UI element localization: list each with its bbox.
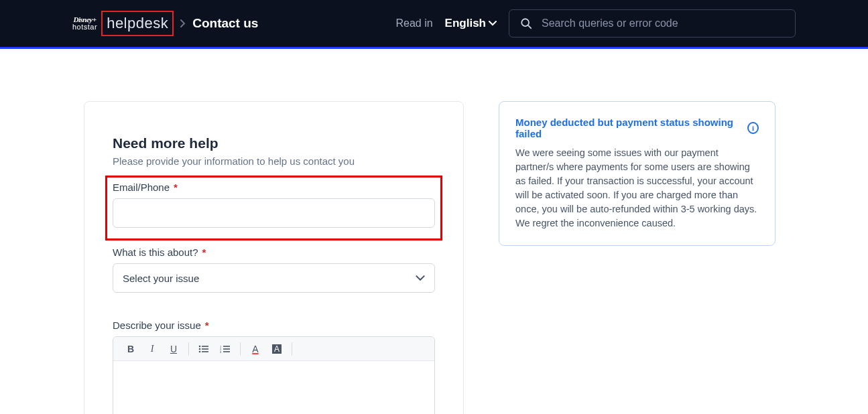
svg-point-3 — [199, 348, 201, 350]
describe-field-block: Describe your issue* B I U 123 A — [113, 320, 435, 414]
about-label: What is this about?* — [113, 247, 435, 258]
text-color-button[interactable]: A — [245, 340, 266, 358]
svg-rect-12 — [223, 351, 230, 352]
required-asterisk: * — [202, 247, 206, 258]
underline-button[interactable]: U — [163, 340, 184, 358]
search-input[interactable] — [542, 17, 784, 29]
rte-toolbar: B I U 123 A A — [113, 337, 434, 361]
info-body: We were seeing some issues with our paym… — [515, 146, 759, 230]
svg-rect-10 — [223, 348, 230, 350]
brand-logo: Disney+ hotstar — [72, 16, 97, 31]
issue-select-value: Select your issue — [123, 273, 199, 284]
info-icon: i — [747, 122, 759, 134]
toolbar-separator — [188, 342, 189, 356]
svg-rect-2 — [202, 346, 208, 347]
logo-block[interactable]: Disney+ hotstar helpdesk — [72, 11, 174, 36]
describe-textarea[interactable] — [113, 361, 434, 414]
info-title[interactable]: Money deducted but payment status showin… — [515, 117, 742, 139]
required-asterisk: * — [174, 182, 178, 193]
svg-rect-8 — [223, 346, 230, 347]
required-asterisk: * — [205, 320, 209, 331]
highlight-color-button[interactable]: A — [266, 340, 288, 358]
form-title: Need more help — [113, 135, 435, 151]
bullet-list-button[interactable] — [193, 340, 214, 358]
language-selector[interactable]: English — [445, 17, 497, 30]
search-box[interactable] — [509, 9, 796, 38]
info-card: Money deducted but payment status showin… — [499, 101, 776, 246]
header-right: Read in English — [395, 9, 796, 38]
issue-select[interactable]: Select your issue — [113, 263, 435, 293]
svg-text:3: 3 — [220, 350, 222, 353]
number-list-button[interactable]: 123 — [214, 340, 236, 358]
language-value: English — [445, 17, 486, 30]
italic-button[interactable]: I — [141, 340, 163, 358]
rich-text-editor: B I U 123 A A — [113, 336, 435, 414]
breadcrumb-current: Contact us — [192, 16, 258, 31]
contact-form-card: Need more help Please provide your infor… — [84, 101, 464, 414]
top-header: Disney+ hotstar helpdesk Contact us Read… — [0, 0, 868, 49]
toolbar-separator — [292, 342, 292, 356]
svg-rect-6 — [202, 351, 208, 352]
svg-point-0 — [521, 19, 529, 26]
read-in-label: Read in — [395, 17, 432, 29]
svg-rect-4 — [202, 348, 208, 350]
email-field[interactable] — [113, 198, 435, 228]
bold-button[interactable]: B — [120, 340, 141, 358]
info-header: Money deducted but payment status showin… — [515, 117, 759, 139]
chevron-down-icon — [416, 275, 425, 281]
chevron-right-icon — [180, 19, 186, 27]
chevron-down-icon — [489, 21, 497, 26]
form-subtitle: Please provide your information to help … — [113, 155, 435, 167]
describe-label: Describe your issue* — [113, 320, 435, 331]
svg-point-1 — [199, 345, 201, 347]
main-content: Need more help Please provide your infor… — [0, 49, 868, 414]
email-label: Email/Phone* — [113, 182, 435, 193]
toolbar-separator — [240, 342, 241, 356]
search-icon — [520, 17, 532, 29]
email-field-highlight: Email/Phone* — [106, 176, 442, 240]
helpdesk-label[interactable]: helpdesk — [101, 11, 174, 36]
about-field-block: What is this about?* Select your issue — [113, 247, 435, 293]
svg-point-5 — [199, 350, 201, 352]
